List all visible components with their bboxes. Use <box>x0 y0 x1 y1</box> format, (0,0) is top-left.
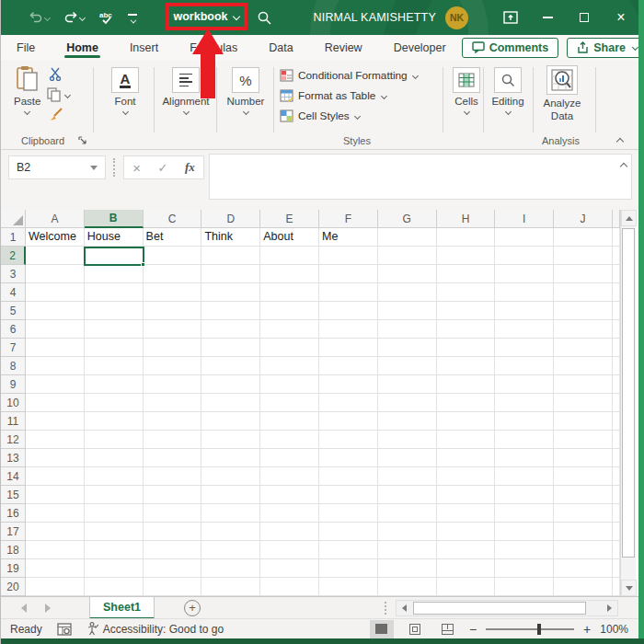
paste-button[interactable]: Paste <box>14 65 40 114</box>
enter-button[interactable]: ✓ <box>157 161 167 175</box>
cell-D13[interactable] <box>201 449 260 467</box>
cell-C12[interactable] <box>144 431 202 449</box>
clipboard-dialog-launcher-icon[interactable] <box>78 136 87 145</box>
cell-B13[interactable] <box>85 449 144 467</box>
cell-H11[interactable] <box>437 412 496 431</box>
cell-B7[interactable] <box>85 339 144 357</box>
cell-E18[interactable] <box>260 541 319 559</box>
cell-C13[interactable] <box>144 449 202 467</box>
paste-dropdown-icon[interactable] <box>24 109 31 114</box>
comments-button[interactable]: Comments <box>462 38 559 58</box>
cell-H17[interactable] <box>437 523 496 541</box>
row-header-12[interactable]: 12 <box>1 431 26 449</box>
cell-D18[interactable] <box>201 541 260 559</box>
cell-A17[interactable] <box>26 523 85 541</box>
cell-E11[interactable] <box>260 412 319 431</box>
tab-home[interactable]: Home <box>63 35 102 60</box>
cell-A9[interactable] <box>26 375 85 394</box>
alignment-dropdown-icon[interactable] <box>182 109 190 114</box>
cell-A6[interactable] <box>26 320 85 339</box>
spelling-check-icon[interactable]: abc <box>98 10 115 26</box>
cell-A8[interactable] <box>26 357 85 375</box>
cell-G20[interactable] <box>378 578 437 596</box>
expand-formula-bar-icon[interactable] <box>620 163 628 168</box>
cell-D3[interactable] <box>201 265 260 283</box>
cell-A2[interactable] <box>26 247 85 265</box>
cell-F8[interactable] <box>319 357 378 375</box>
cell-H14[interactable] <box>437 467 496 486</box>
format-as-table-button[interactable]: Format as Table <box>280 89 387 102</box>
cell-D16[interactable] <box>201 504 260 523</box>
row-header-5[interactable]: 5 <box>1 302 26 320</box>
cell-A11[interactable] <box>26 412 85 431</box>
column-header-D[interactable]: D <box>201 210 260 228</box>
cell-F14[interactable] <box>319 467 378 486</box>
conditional-formatting-button[interactable]: Conditional Formatting <box>280 69 420 82</box>
scroll-down-button[interactable] <box>621 580 637 596</box>
column-header-J[interactable]: J <box>554 210 613 228</box>
cell-B14[interactable] <box>85 467 144 486</box>
cell-F10[interactable] <box>319 394 378 412</box>
row-header-6[interactable]: 6 <box>1 320 26 339</box>
cell-B8[interactable] <box>85 357 144 375</box>
cell-J10[interactable] <box>554 394 613 412</box>
cell-F20[interactable] <box>319 578 378 596</box>
cell-B5[interactable] <box>85 302 144 320</box>
scroll-up-button[interactable] <box>621 210 637 226</box>
vertical-scrollbar[interactable] <box>620 210 636 596</box>
cell-H15[interactable] <box>437 486 496 504</box>
cell-J12[interactable] <box>554 431 613 449</box>
cell-G10[interactable] <box>378 394 437 412</box>
cell-J18[interactable] <box>554 541 613 559</box>
minimize-button[interactable] <box>529 0 566 35</box>
cell-C11[interactable] <box>144 412 202 431</box>
row-header-11[interactable]: 11 <box>1 412 26 431</box>
cell-D19[interactable] <box>201 559 260 578</box>
cell-E8[interactable] <box>260 357 319 375</box>
cell-G1[interactable] <box>378 228 437 247</box>
copy-dropdown-icon[interactable] <box>63 93 71 98</box>
cell-I9[interactable] <box>495 375 554 394</box>
cell-D7[interactable] <box>201 339 260 357</box>
cell-I12[interactable] <box>495 431 554 449</box>
macro-record-icon[interactable] <box>57 623 72 636</box>
cell-E10[interactable] <box>260 394 319 412</box>
cell-I13[interactable] <box>495 449 554 467</box>
cell-G14[interactable] <box>378 467 437 486</box>
cell-G12[interactable] <box>378 431 437 449</box>
cell-F15[interactable] <box>319 486 378 504</box>
cell-I19[interactable] <box>495 559 554 578</box>
tab-insert[interactable]: Insert <box>126 35 162 60</box>
status-mode[interactable]: Ready <box>10 623 42 636</box>
cell-A18[interactable] <box>26 541 85 559</box>
cell-C16[interactable] <box>144 504 202 523</box>
cell-E5[interactable] <box>260 302 319 320</box>
cell-E9[interactable] <box>260 375 319 394</box>
avatar[interactable]: NK <box>445 6 468 29</box>
cell-J7[interactable] <box>554 339 613 357</box>
cell-B10[interactable] <box>85 394 144 412</box>
ribbon-display-options-button[interactable] <box>492 0 529 35</box>
redo-dropdown-icon[interactable] <box>80 15 86 20</box>
cell-I6[interactable] <box>495 320 554 339</box>
cell-D4[interactable] <box>201 283 260 302</box>
new-sheet-button[interactable]: + <box>184 600 201 616</box>
cell-H13[interactable] <box>437 449 496 467</box>
cell-D5[interactable] <box>201 302 260 320</box>
cell-A12[interactable] <box>26 431 85 449</box>
page-break-preview-button[interactable] <box>436 620 460 638</box>
zoom-level[interactable]: 100% <box>600 623 628 636</box>
cell-D8[interactable] <box>201 357 260 375</box>
cell-H8[interactable] <box>437 357 496 375</box>
cell-E6[interactable] <box>260 320 319 339</box>
cell-J16[interactable] <box>554 504 613 523</box>
row-header-9[interactable]: 9 <box>1 375 26 394</box>
cell-H10[interactable] <box>437 394 496 412</box>
cell-I7[interactable] <box>495 339 554 357</box>
cell-I10[interactable] <box>495 394 554 412</box>
collapse-ribbon-icon[interactable] <box>616 138 625 144</box>
cell-C17[interactable] <box>144 523 202 541</box>
cell-B4[interactable] <box>85 283 144 302</box>
cell-D9[interactable] <box>201 375 260 394</box>
cell-G16[interactable] <box>378 504 437 523</box>
